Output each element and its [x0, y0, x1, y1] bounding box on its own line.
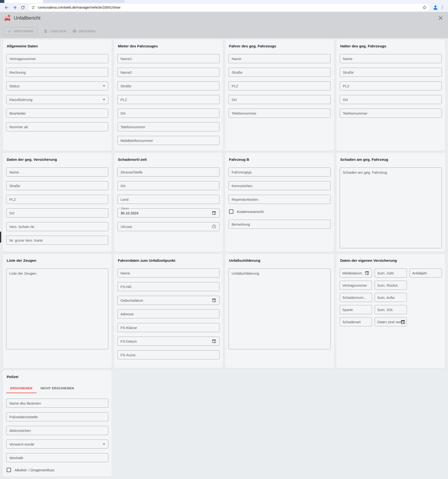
window-corner — [0, 0, 4, 3]
input-fs-datum[interactable]: FS-Datum — [117, 337, 220, 346]
input-telefonnummer[interactable]: Telefonnummer — [228, 109, 331, 118]
tab-nicht-erschienen[interactable]: NICHT ERSCHIENEN — [37, 383, 78, 393]
input-anfalljahr[interactable]: Anfalljahr — [409, 268, 442, 278]
input-telefonnummer[interactable]: Telefonnummer — [340, 109, 442, 118]
input-strasse[interactable]: Straße — [6, 181, 108, 190]
page-title: Unfallbericht — [14, 15, 40, 21]
clock-icon[interactable] — [210, 224, 216, 229]
checkbox-icon[interactable] — [7, 468, 11, 472]
reload-button[interactable] — [19, 3, 27, 12]
input-daten-sind-vom[interactable]: Daten sind vom — [375, 317, 407, 326]
select-status[interactable]: Status — [6, 81, 108, 90]
card-halter-geg: Halter des geg. Fahrzeugs Name Straße PL… — [336, 40, 445, 151]
calendar-icon[interactable] — [210, 298, 216, 303]
input-geburtsdatum[interactable]: Geburtsdatum — [117, 296, 220, 305]
input-sum-aufw[interactable]: Sum. Aufw. — [375, 293, 407, 302]
input-sparte[interactable]: Sparte — [340, 305, 372, 314]
input-name[interactable]: Name — [117, 268, 220, 278]
input-plz[interactable]: PLZ — [6, 195, 108, 204]
input-strasse[interactable]: Straße — [228, 68, 331, 77]
checkbox-kostenvoranschl[interactable]: Kostenvoranschl. — [229, 208, 331, 215]
input-fs-ausst[interactable]: FS-Ausst. — [117, 350, 220, 359]
input-meldedatum[interactable]: Meldedatum — [340, 268, 372, 278]
card-schadenort-zeit: Schadenort/-zeit Strasse/Stelle Ort Land… — [114, 153, 223, 252]
input-nummer-alt[interactable]: Nummer alt — [6, 122, 108, 131]
input-telefonnummer[interactable]: Telefonnummer — [117, 122, 220, 131]
delete-button[interactable]: LÖSCHEN — [44, 29, 66, 33]
forward-button[interactable] — [11, 3, 19, 12]
input-fs-klasse[interactable]: FS-Klasse — [117, 323, 220, 332]
forward-arrow-icon — [12, 5, 17, 10]
address-bar[interactable]: cxneunalena.crentweb.de/manager/vehicle/… — [28, 4, 430, 11]
card-schaden-geg-fahrzeug: Schaden am geg. Fahrzeug Schaden am geg.… — [336, 153, 445, 252]
input-weshalb[interactable]: Weshalb — [6, 453, 108, 462]
active-tab[interactable] — [4, 0, 43, 3]
input-aktenzeichen[interactable]: Aktenzeichen — [6, 426, 108, 435]
print-button[interactable]: DRUCKEN — [72, 29, 95, 33]
input-ort[interactable]: Ort — [117, 109, 220, 118]
input-plz[interactable]: PLZ — [340, 81, 442, 90]
input-vertragsnummer[interactable]: Vertragsnummer — [6, 54, 108, 63]
input-plz[interactable]: PLZ — [117, 95, 220, 104]
textarea-unfallschilderung[interactable]: Unfallschilderung — [228, 268, 331, 349]
textarea-liste-der-zeugen[interactable]: Liste der Zeugen — [6, 268, 108, 349]
checkbox-icon[interactable] — [229, 209, 233, 214]
checkbox-alkohol-drogeneinfluss[interactable]: Alkohol- / Drogeneinfluss — [7, 467, 108, 473]
tab-erschienen[interactable]: ERSCHIENEN — [6, 383, 37, 393]
calendar-icon[interactable] — [400, 319, 405, 325]
input-bemerkung[interactable]: Bemerkung — [228, 220, 331, 229]
input-name-des-beamten[interactable]: Name des Beamten — [6, 399, 108, 408]
input-strasse-stelle[interactable]: Strasse/Stelle — [117, 167, 220, 177]
tabstrip-right — [124, 0, 448, 3]
input-land[interactable]: Land — [117, 195, 220, 204]
three-dots-icon — [440, 5, 445, 10]
calendar-icon[interactable] — [210, 339, 216, 344]
input-datum[interactable]: Datum 30.10.2024 — [117, 208, 220, 218]
input-reperaturkosten[interactable]: Reperaturkosten — [228, 195, 331, 204]
back-button[interactable] — [2, 3, 11, 12]
profile-avatar[interactable] — [432, 4, 439, 11]
input-fahrzeugtyp[interactable]: Fahrzeugtyp — [228, 167, 331, 177]
select-klassifizierung[interactable]: Klassifizierung — [6, 95, 108, 104]
input-schadenart[interactable]: Schadenart — [340, 317, 372, 326]
input-name[interactable]: Name — [6, 167, 108, 177]
dialog-actionbar: SPEICHERN LÖSCHEN DRUCKEN — [0, 24, 448, 38]
calendar-icon[interactable] — [364, 271, 369, 275]
input-sum-zahl[interactable]: Sum. Zahl — [375, 268, 407, 278]
input-polizeidienststelle[interactable]: Polizeidienststelle — [6, 412, 108, 421]
input-ort[interactable]: Ort — [117, 181, 220, 190]
bookmark-star-icon[interactable] — [422, 5, 427, 10]
input-sum-rueckst[interactable]: Sum. Rückst. — [375, 281, 407, 290]
browser-menu-button[interactable] — [439, 4, 446, 11]
select-verwarnt-wurde[interactable]: Verwarnt wurde — [6, 439, 108, 449]
close-icon — [438, 15, 443, 21]
input-strasse[interactable]: Straße — [117, 81, 220, 90]
input-name[interactable]: Name — [228, 54, 331, 63]
input-kennzeichen[interactable]: Kennzeichen — [228, 181, 331, 190]
input-fs-nr[interactable]: FS-NR. — [117, 282, 220, 291]
input-uhrzeit[interactable]: Uhrzeit — [117, 222, 220, 231]
input-rechnung[interactable]: Rechnung — [6, 68, 108, 77]
textarea-schaden-geg-fahrzeug[interactable]: Schaden am geg. Fahrzeug — [340, 167, 442, 248]
input-vertragnummer[interactable]: Vertragnummer — [340, 281, 372, 290]
input-strasse[interactable]: Straße — [340, 68, 442, 77]
input-mobiltelefonnummer[interactable]: Mobiltelefonnummer — [117, 136, 220, 145]
save-button[interactable]: SPEICHERN — [3, 27, 37, 35]
input-adresse[interactable]: Adresse — [117, 309, 220, 319]
calendar-icon[interactable] — [210, 211, 216, 215]
input-ort[interactable]: Ort — [228, 95, 331, 104]
input-ort[interactable]: Ort — [6, 208, 108, 218]
input-schadennummer[interactable]: Schadennum... — [340, 293, 372, 302]
card-fahrer-geg: Fahrer des geg. Fahrzeugs Name Straße PL… — [225, 40, 334, 151]
form-grid: Allgemeine Daten Vertragsnummer Rechnung… — [0, 38, 448, 477]
input-ort[interactable]: Ort — [340, 95, 442, 104]
input-gruene-vers-karte[interactable]: Nr. grüne Vers. Karte — [6, 236, 108, 245]
input-name2[interactable]: Name2 — [117, 68, 220, 77]
input-sum-sst[interactable]: Sum. SSt. — [375, 305, 407, 314]
input-plz[interactable]: PLZ — [228, 81, 331, 90]
input-vers-schein-nr[interactable]: Vers. Schein Nr. — [6, 222, 108, 231]
input-bearbeiter[interactable]: Bearbeiter — [6, 109, 108, 118]
close-button[interactable] — [437, 14, 444, 21]
input-name1[interactable]: Name1 — [117, 54, 220, 63]
input-name[interactable]: Name — [340, 54, 442, 63]
